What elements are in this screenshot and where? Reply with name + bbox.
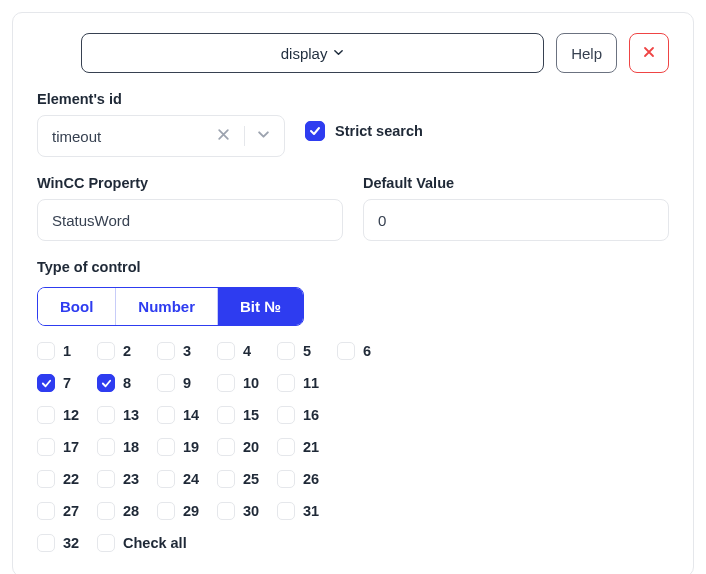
bit-label: 10 <box>243 375 259 391</box>
config-card: display Help Element's id timeout <box>12 12 694 574</box>
bit-label: 25 <box>243 471 259 487</box>
default-value-input[interactable] <box>363 199 669 241</box>
bit-checkbox[interactable] <box>277 374 295 392</box>
bit-label: 20 <box>243 439 259 455</box>
bit-checkbox[interactable] <box>277 406 295 424</box>
display-dropdown[interactable]: display <box>81 33 544 73</box>
bit-label: 19 <box>183 439 199 455</box>
bit-label: 15 <box>243 407 259 423</box>
bit-checkbox[interactable] <box>97 374 115 392</box>
bit-label: 21 <box>303 439 319 455</box>
bit-label: 18 <box>123 439 139 455</box>
clear-icon[interactable] <box>211 126 236 146</box>
bit-item: 2 <box>97 342 145 360</box>
bit-checkbox[interactable] <box>277 342 295 360</box>
bit-checkbox[interactable] <box>97 406 115 424</box>
bit-item: 26 <box>277 470 325 488</box>
checkall-label: Check all <box>123 535 187 551</box>
wincc-property-input[interactable] <box>37 199 343 241</box>
bit-checkbox[interactable] <box>157 470 175 488</box>
bit-label: 29 <box>183 503 199 519</box>
bit-checkbox[interactable] <box>217 406 235 424</box>
bit-checkbox[interactable] <box>97 502 115 520</box>
bit-checkbox[interactable] <box>97 470 115 488</box>
top-row: display Help <box>37 33 669 73</box>
bit-label: 8 <box>123 375 131 391</box>
bit-item: 18 <box>97 438 145 456</box>
bit-checkbox[interactable] <box>217 470 235 488</box>
bit-checkbox[interactable] <box>37 406 55 424</box>
close-icon <box>643 44 655 62</box>
bit-item: 24 <box>157 470 205 488</box>
bit-checkbox[interactable] <box>277 470 295 488</box>
bit-checkbox[interactable] <box>157 406 175 424</box>
bit-label: 27 <box>63 503 79 519</box>
bit-item: 27 <box>37 502 85 520</box>
bit-checkbox[interactable] <box>97 342 115 360</box>
bit-checkbox[interactable] <box>277 438 295 456</box>
bit-checkbox[interactable] <box>217 374 235 392</box>
bit-item: 7 <box>37 374 85 392</box>
bit-checkbox[interactable] <box>37 502 55 520</box>
bit-checkbox[interactable] <box>37 470 55 488</box>
bits-row: 2728293031 <box>37 502 669 520</box>
bit-checkbox[interactable] <box>37 534 55 552</box>
segment-number[interactable]: Number <box>116 288 218 325</box>
bits-row: 123456 <box>37 342 669 360</box>
bit-label: 16 <box>303 407 319 423</box>
chevron-down-icon <box>333 44 344 61</box>
default-value-label: Default Value <box>363 175 669 191</box>
bit-item: 28 <box>97 502 145 520</box>
bit-checkbox[interactable] <box>157 502 175 520</box>
bits-row: 1213141516 <box>37 406 669 424</box>
bit-label: 28 <box>123 503 139 519</box>
bit-label: 9 <box>183 375 191 391</box>
element-id-combo[interactable]: timeout <box>37 115 285 157</box>
bit-label: 26 <box>303 471 319 487</box>
bit-label: 1 <box>63 343 71 359</box>
wincc-property-label: WinCC Property <box>37 175 343 191</box>
bit-label: 32 <box>63 535 79 551</box>
bit-checkbox[interactable] <box>217 502 235 520</box>
segment-bool[interactable]: Bool <box>38 288 116 325</box>
strict-search-checkbox[interactable] <box>305 121 325 141</box>
bit-item: 12 <box>37 406 85 424</box>
bit-item: 31 <box>277 502 325 520</box>
bit-item: 6 <box>337 342 385 360</box>
bit-label: 3 <box>183 343 191 359</box>
bit-checkbox[interactable] <box>217 342 235 360</box>
element-id-value: timeout <box>52 128 203 145</box>
bit-item: 11 <box>277 374 325 392</box>
help-button[interactable]: Help <box>556 33 617 73</box>
bit-item: 32 <box>37 534 85 552</box>
bit-checkbox[interactable] <box>157 438 175 456</box>
bits-grid: 1234567891011121314151617181920212223242… <box>37 342 669 552</box>
bit-label: 7 <box>63 375 71 391</box>
close-button[interactable] <box>629 33 669 73</box>
bit-checkbox[interactable] <box>157 342 175 360</box>
element-id-label: Element's id <box>37 91 285 107</box>
bit-label: 14 <box>183 407 199 423</box>
bit-checkbox[interactable] <box>97 438 115 456</box>
bit-item: 5 <box>277 342 325 360</box>
bit-checkbox[interactable] <box>157 374 175 392</box>
bit-checkbox[interactable] <box>217 438 235 456</box>
segment-bit[interactable]: Bit № <box>218 288 303 325</box>
display-dropdown-label: display <box>281 45 328 62</box>
bit-item: 16 <box>277 406 325 424</box>
bit-checkbox[interactable] <box>37 374 55 392</box>
bit-checkbox[interactable] <box>37 342 55 360</box>
bit-checkbox[interactable] <box>37 438 55 456</box>
chevron-down-icon[interactable] <box>253 127 274 145</box>
bit-label: 22 <box>63 471 79 487</box>
bit-label: 5 <box>303 343 311 359</box>
bit-item-checkall: Check all <box>97 534 187 552</box>
bit-item: 13 <box>97 406 145 424</box>
bit-checkbox[interactable] <box>337 342 355 360</box>
bit-label: 13 <box>123 407 139 423</box>
bit-item: 10 <box>217 374 265 392</box>
bits-row: 2223242526 <box>37 470 669 488</box>
bits-row: 32Check all <box>37 534 669 552</box>
checkall-checkbox[interactable] <box>97 534 115 552</box>
bit-checkbox[interactable] <box>277 502 295 520</box>
